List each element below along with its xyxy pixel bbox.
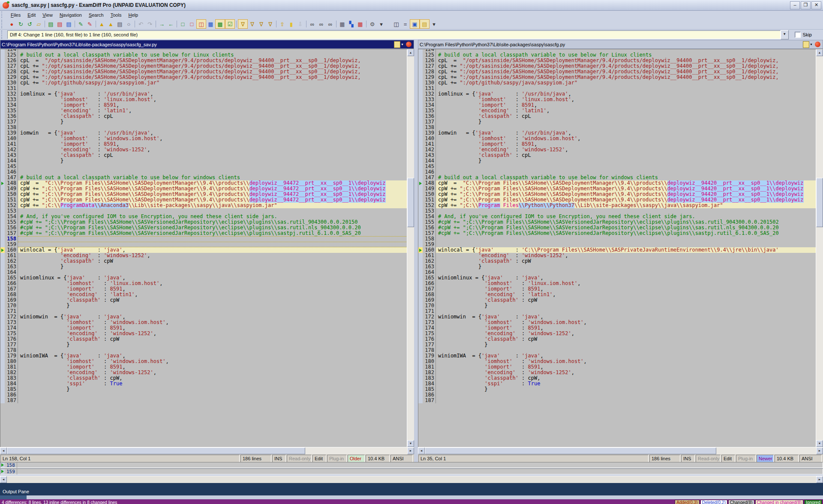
show-identical-lines-icon[interactable]: □ <box>178 20 187 28</box>
current-diff-combobox[interactable]: Diff 4: Change 1 line (160, first file) … <box>7 30 781 39</box>
output-pane-tab[interactable] <box>0 495 27 499</box>
file-type-icon[interactable] <box>803 41 809 48</box>
save-second-file-icon[interactable]: ▤ <box>55 20 64 28</box>
vertical-scroll-thumb[interactable] <box>816 178 823 227</box>
menu-item-view[interactable]: View <box>39 12 56 18</box>
show-all-lines-icon[interactable]: ▦ <box>206 20 215 28</box>
refresh-compare-icon[interactable]: ↻ <box>16 20 25 28</box>
menu-item-files[interactable]: Files <box>7 12 24 18</box>
first-file-editor[interactable]: 124125# build out a local classpath vari… <box>0 49 414 447</box>
diff-combobox-dropdown-icon[interactable]: ▼ <box>781 30 789 39</box>
print-icon[interactable]: ▤ <box>115 20 124 28</box>
scroll-up-icon[interactable]: ▲ <box>407 49 414 56</box>
first-file-vertical-scrollbar[interactable]: ▲ ▼ <box>407 49 414 447</box>
inspector-horizontal-scrollbar[interactable]: ◄ ► <box>0 476 823 483</box>
show-inline-diffs-icon[interactable]: ▩ <box>215 19 225 29</box>
edit-second-file-icon[interactable]: ✎ <box>85 20 94 28</box>
scroll-left-icon[interactable]: ◄ <box>418 447 425 454</box>
badge-added-0-3-[interactable]: Added(0,3) <box>675 500 699 504</box>
diff-marker-icon[interactable] <box>1 182 4 185</box>
file-dropdown-icon[interactable]: ▼ <box>401 43 404 46</box>
second-file-editor[interactable]: 124125# build out a local classpath vari… <box>418 49 823 447</box>
find-previous-icon[interactable]: ∞ <box>326 20 335 28</box>
first-file-horizontal-scrollbar[interactable]: ◄ ► <box>0 447 414 454</box>
show-changed-lines-icon[interactable]: ◫ <box>196 19 206 29</box>
menu-item-help[interactable]: Help <box>125 12 141 18</box>
new-comparison-icon[interactable]: ● <box>7 20 16 28</box>
filter-changed-icon[interactable]: ∇ <box>257 20 266 28</box>
options-icon[interactable]: ⚙ <box>368 20 377 28</box>
first-file-path-header[interactable]: C:\Program Files\Python\Python37\Lib\sit… <box>0 40 414 49</box>
skip-checkbox[interactable] <box>795 32 801 38</box>
options-dropdown-icon[interactable]: ▾ <box>377 20 386 28</box>
diff-marker-icon[interactable] <box>419 249 422 252</box>
open-files-icon[interactable]: ▱ <box>34 20 43 28</box>
badge-deleted-0-2-[interactable]: Deleted(0,2) <box>700 500 727 504</box>
second-file-vertical-scrollbar[interactable]: ▲ ▼ <box>816 49 823 447</box>
diff-marker-gutter <box>418 158 423 164</box>
html-report-icon[interactable]: ▦ <box>356 20 365 28</box>
badge-ignored[interactable]: Ignored <box>804 500 822 504</box>
word-wrap-icon[interactable]: ☑ <box>225 19 235 29</box>
diff-marker-icon[interactable] <box>1 249 4 252</box>
horizontal-scroll-thumb[interactable] <box>425 447 716 454</box>
find-next-icon[interactable]: ∞ <box>317 20 326 28</box>
badge-changed-8-[interactable]: Changed(8) <box>728 500 754 504</box>
edit-first-file-icon[interactable]: ✎ <box>76 20 85 28</box>
code-line: 124 <box>418 49 823 52</box>
scroll-right-icon[interactable]: ► <box>407 447 414 454</box>
close-button[interactable]: ✕ <box>811 1 821 9</box>
menu-item-search[interactable]: Search <box>85 12 107 18</box>
file-dropdown-icon[interactable]: ▼ <box>810 43 813 46</box>
show-differences-only-icon[interactable]: = <box>401 20 410 28</box>
toolbar-grip-handle[interactable] <box>1 20 6 28</box>
moved-blocks-icon[interactable]: ▣ <box>410 19 420 29</box>
examdiff-file-icon <box>815 42 820 47</box>
code-line: 174 'iomport' : 8591, <box>0 325 414 331</box>
scroll-down-icon[interactable]: ▼ <box>816 440 823 447</box>
more-dropdown-icon[interactable]: ▾ <box>430 20 439 28</box>
vertical-scroll-thumb[interactable] <box>407 178 414 227</box>
ignore-options-icon[interactable]: ▤ <box>420 19 430 29</box>
menu-item-navigation[interactable]: Navigation <box>56 12 85 18</box>
filter-ignored-icon[interactable]: ∇ <box>266 20 275 28</box>
second-file-horizontal-scrollbar[interactable]: ◄ ► <box>418 447 823 454</box>
minimize-button[interactable]: – <box>790 1 800 9</box>
code-line: 185 } <box>0 387 414 392</box>
previous-difference-icon[interactable]: ← <box>166 20 175 28</box>
copy-block-up-icon[interactable]: ⇧ <box>278 20 287 28</box>
badge-changed-in-changed-8-[interactable]: Changed in changed(8) <box>755 500 804 504</box>
plugins-icon[interactable]: ▚ <box>347 20 356 28</box>
sync-first-icon[interactable]: ▲ <box>97 20 106 28</box>
scroll-right-icon[interactable]: ► <box>816 476 823 483</box>
search-files-icon[interactable]: ○ <box>124 20 133 28</box>
show-deleted-lines-icon[interactable]: □ <box>187 20 196 28</box>
filter-added-icon[interactable]: ∇ <box>238 19 248 29</box>
save-first-file-icon[interactable]: ▤ <box>46 20 55 28</box>
horizontal-scroll-thumb[interactable] <box>7 447 305 454</box>
diff-marker-icon[interactable] <box>419 182 422 185</box>
statistics-icon[interactable]: ▦ <box>338 20 347 28</box>
find-icon[interactable]: ∞ <box>308 20 317 28</box>
menu-item-tools[interactable]: Tools <box>107 12 125 18</box>
file-type-icon[interactable] <box>394 41 400 48</box>
save-both-files-icon[interactable]: ▤ <box>64 20 73 28</box>
second-file-path-header[interactable]: C:\Program Files\Python\Python37\Lib\sit… <box>418 40 823 49</box>
recompare-files-icon[interactable]: ↺ <box>25 20 34 28</box>
code-line: 157#cpW += ";C:\\Program Files\\SASHome\… <box>0 231 414 236</box>
maximize-button[interactable]: ❐ <box>801 1 811 9</box>
scroll-left-icon[interactable]: ◄ <box>0 476 7 483</box>
sync-second-icon[interactable]: ▲ <box>106 20 115 28</box>
panes-layout-icon[interactable]: ◫ <box>392 20 401 28</box>
copy-current-block-icon[interactable]: ▮ <box>287 20 296 28</box>
scroll-up-icon[interactable]: ▲ <box>816 49 823 56</box>
next-difference-icon[interactable]: → <box>157 20 166 28</box>
scroll-right-icon[interactable]: ► <box>816 447 823 454</box>
diffbar-grip-handle[interactable] <box>1 30 6 39</box>
scroll-left-icon[interactable]: ◄ <box>0 447 7 454</box>
filter-deleted-icon[interactable]: ∇ <box>248 20 257 28</box>
scroll-down-icon[interactable]: ▼ <box>407 440 414 447</box>
pane-splitter[interactable] <box>414 40 418 460</box>
menu-item-edit[interactable]: Edit <box>24 12 39 18</box>
menu-grip-handle[interactable] <box>1 12 6 18</box>
